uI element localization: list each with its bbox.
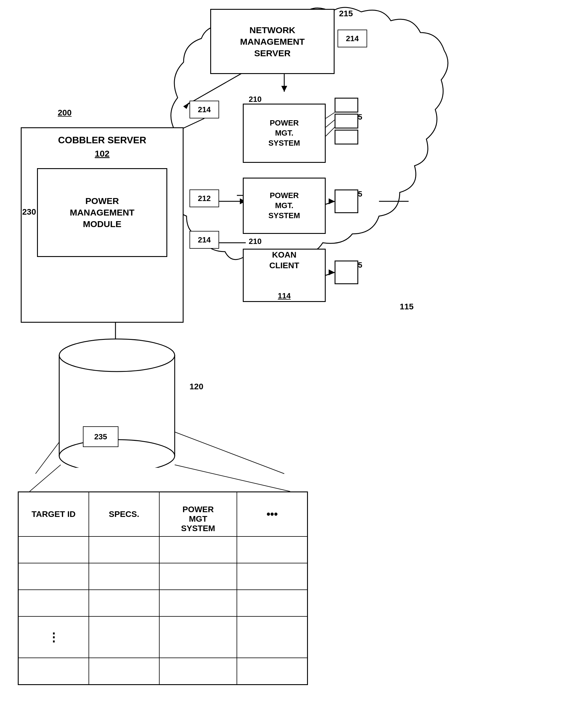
network-management-server-box: NETWORK MANAGEMENT SERVER [210,9,335,74]
pms2-label: POWER MGT. SYSTEM [269,190,300,220]
svg-line-9 [326,127,335,136]
svg-point-15 [59,339,175,372]
koan-id: 114 [269,281,299,301]
ref-200-label: 200 [58,108,72,117]
col-more: ••• [237,492,307,537]
svg-marker-13 [329,269,335,275]
ref-230-label: 230 [22,207,36,217]
server-box-2 [335,189,358,213]
cobbler-server-box: COBBLER SERVER 102 POWER MANAGEMENT MODU… [21,127,183,323]
table-row-3 [19,590,308,616]
pms1-label: POWER MGT. SYSTEM [269,118,300,148]
nms-label: NETWORK MANAGEMENT SERVER [240,24,305,59]
pmm-label: POWER MANAGEMENT MODULE [70,195,134,230]
ref-214a-box: 214 [338,30,367,47]
svg-line-18 [175,465,290,491]
ref-210b: 210 [249,237,262,246]
svg-marker-11 [329,198,335,204]
ellipsis-cell: ⋮ [19,616,89,658]
arrowhead-2 [281,86,287,92]
svg-line-17 [30,465,61,491]
server-box-3 [335,261,358,284]
svg-line-10 [326,201,335,204]
table-row-1 [19,536,308,563]
col-target-id: TARGET ID [19,492,89,537]
ref-210a: 210 [249,95,262,104]
ref-215-label: 215 [339,9,353,19]
ref-212-box: 212 [190,189,219,207]
server-stack-1 [335,98,358,144]
svg-line-12 [326,272,335,275]
cobbler-server-id: 102 [28,148,177,159]
table-row-2 [19,563,308,590]
diagram-container: NETWORK MANAGEMENT SERVER 215 214 200 21… [0,0,575,728]
svg-line-8 [326,120,335,127]
koan-label: KOAN CLIENT [269,250,299,271]
col-specs: SPECS. [89,492,159,537]
koan-client-box: KOAN CLIENT 114 [243,249,326,302]
power-management-module-box: POWER MANAGEMENT MODULE [37,168,167,257]
table-row-last [19,658,308,685]
col-power-mgt: POWER MGT SYSTEM [159,492,237,537]
ref-214c-box: 214 [190,231,219,249]
ref-115-label: 115 [400,302,414,311]
table-header-row: TARGET ID SPECS. POWER MGT SYSTEM ••• [19,492,308,537]
power-mgt-system-2-box: POWER MGT. SYSTEM [243,178,326,234]
arrowhead-1 [183,102,190,109]
data-table: TARGET ID SPECS. POWER MGT SYSTEM ••• [18,491,308,685]
ref-120-label: 120 [190,382,203,391]
ref-214b-box: 214 [190,101,219,118]
cobbler-server-label: COBBLER SERVER [28,134,177,146]
power-mgt-system-1-box: POWER MGT. SYSTEM [243,104,326,163]
table-row-ellipsis: ⋮ [19,616,308,658]
svg-line-7 [326,112,335,118]
ref-235-box: 235 [83,426,119,447]
cylinder-svg [53,338,180,468]
